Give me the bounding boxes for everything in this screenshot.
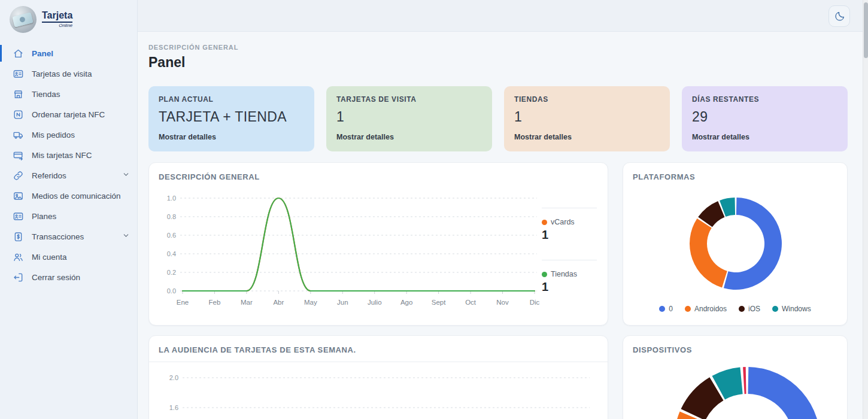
legend-item-0[interactable]: 0 [659,305,673,313]
sidebar-item-planes[interactable]: Planes [0,206,137,226]
sidebar-item-label: Referidos [32,171,66,180]
legend-item-ios[interactable]: iOS [739,305,760,313]
tiendas-dot-icon [542,272,547,277]
sidebar-nav: Panel Tarjetas de visita Tiendas Ordenar… [0,43,137,287]
show-details-link[interactable]: Mostrar detalles [514,133,572,141]
scrollbar-thumb[interactable] [864,2,868,58]
stat-card-plan-actual: PLAN ACTUAL TARJETA + TIENDA Mostrar det… [148,86,314,151]
platforms-legend: 0 Androidos iOS Windows [633,305,837,313]
stat-card-dias-restantes: DÍAS RESTANTES 29 Mostrar detalles [682,86,848,151]
svg-text:1.0: 1.0 [167,195,176,202]
page-scrollbar[interactable] [863,0,868,419]
nfc-icon [13,109,24,120]
overview-chart-card: DESCRIPCIÓN GENERAL 1.00.80.60.40.20.0En… [148,162,608,326]
chevron-down-icon [122,232,130,241]
svg-text:Dic: Dic [530,299,540,306]
plans-icon [13,211,24,222]
svg-text:Oct: Oct [465,299,477,306]
overview-line-chart: 1.00.80.60.40.20.0EneFebMarAbrMayJunJuli… [159,186,542,310]
svg-text:Jun: Jun [337,299,348,306]
legend-item-tiendas[interactable]: Tiendas 1 [542,260,597,294]
truck-icon [13,129,24,141]
svg-text:Mar: Mar [241,299,253,306]
sidebar-item-mi-cuenta[interactable]: Mi cuenta [0,247,137,267]
sidebar: Tarjeta Online Panel Tarjetas de visita … [0,0,138,419]
sidebar-item-label: Panel [32,49,53,58]
svg-text:May: May [304,299,317,306]
stat-label: PLAN ACTUAL [159,95,304,104]
sidebar-item-mis-tarjetas-nfc[interactable]: Mis tarjetas NFC [0,145,137,165]
legend-divider [542,260,597,260]
nfc-card-photo [12,12,33,27]
stat-card-tarjetas-de-visita: TARJETAS DE VISITA 1 Mostrar detalles [326,86,492,151]
stat-value: 1 [336,109,482,125]
overview-chart-title: DESCRIPCIÓN GENERAL [159,172,598,181]
store-icon [13,89,24,100]
sidebar-item-label: Transacciones [32,232,84,241]
sidebar-item-label: Medios de comunicación [32,192,121,201]
sidebar-item-ordenar-tarjeta-nfc[interactable]: Ordenar tarjeta NFC [0,104,137,125]
legend-label: iOS [748,305,760,313]
svg-text:0.8: 0.8 [167,213,176,220]
sidebar-item-transacciones[interactable]: Transacciones [0,226,137,247]
sidebar-item-medios-de-comunicacion[interactable]: Medios de comunicación [0,186,137,206]
legend-dot-icon [772,306,778,312]
account-icon [13,251,24,263]
brand-wordmark: Tarjeta Online [42,11,72,28]
svg-text:0.2: 0.2 [167,269,176,276]
legend-label: vCards [551,218,575,226]
legend-label: Tiendas [551,270,577,278]
sidebar-item-panel[interactable]: Panel [0,43,137,63]
id-card-icon [13,68,24,80]
show-details-link[interactable]: Mostrar detalles [159,133,216,141]
legend-item-windows[interactable]: Windows [772,305,811,313]
legend-dot-icon [739,306,745,312]
legend-label: 0 [669,305,673,313]
sidebar-item-label: Cerrar sesión [32,273,80,282]
svg-text:Nov: Nov [496,299,509,306]
audience-chart-title: LA AUDIENCIA DE TARJETAS DE ESTA SEMANA. [159,345,598,354]
transactions-icon [13,231,24,242]
chevron-down-icon [122,171,130,180]
legend-item-androidos[interactable]: Androidos [685,305,727,313]
sidebar-item-label: Mis pedidos [32,130,75,139]
moon-icon [834,11,845,22]
sidebar-item-cerrar-sesion[interactable]: Cerrar sesión [0,267,137,287]
svg-text:Ene: Ene [177,299,189,306]
brand-logo [10,6,37,33]
legend-dot-icon [685,306,691,312]
sidebar-item-label: Mis tarjetas NFC [32,151,92,160]
audience-line-chart: 2.01.6 [159,362,598,419]
svg-text:0.6: 0.6 [167,232,176,239]
svg-text:Feb: Feb [209,299,221,306]
legend-label: Androidos [694,305,727,313]
devices-chart-title: DISPOSITIVOS [633,345,837,354]
stat-card-tiendas: TIENDAS 1 Mostrar detalles [504,86,670,151]
show-details-link[interactable]: Mostrar detalles [692,133,749,141]
stat-label: DÍAS RESTANTES [692,95,837,104]
legend-item-vcards[interactable]: vCards 1 [542,208,597,242]
legend-divider [542,208,597,208]
logout-icon [13,272,24,283]
link-icon [13,170,24,181]
stat-label: TIENDAS [514,95,660,104]
show-details-link[interactable]: Mostrar detalles [336,133,394,141]
sidebar-item-referidos[interactable]: Referidos [0,165,137,186]
sidebar-item-tarjetas-de-visita[interactable]: Tarjetas de visita [0,63,137,84]
theme-toggle-button[interactable] [828,5,850,27]
legend-dot-icon [659,306,665,312]
sidebar-item-mis-pedidos[interactable]: Mis pedidos [0,125,137,145]
page-eyebrow: DESCRIPCIÓN GENERAL [148,44,868,51]
stat-cards-row: PLAN ACTUAL TARJETA + TIENDA Mostrar det… [148,86,848,151]
sidebar-item-tiendas[interactable]: Tiendas [0,84,137,104]
brand-name: Tarjeta [42,11,72,23]
page-title: Panel [148,54,868,71]
brand: Tarjeta Online [0,0,137,38]
stat-value: 29 [692,109,837,125]
svg-text:Ago: Ago [400,299,412,306]
sidebar-item-label: Planes [32,212,56,221]
sidebar-item-label: Ordenar tarjeta NFC [32,110,105,119]
sidebar-item-label: Tiendas [32,90,60,99]
tiendas-total: 1 [542,280,597,294]
media-icon [13,190,24,202]
